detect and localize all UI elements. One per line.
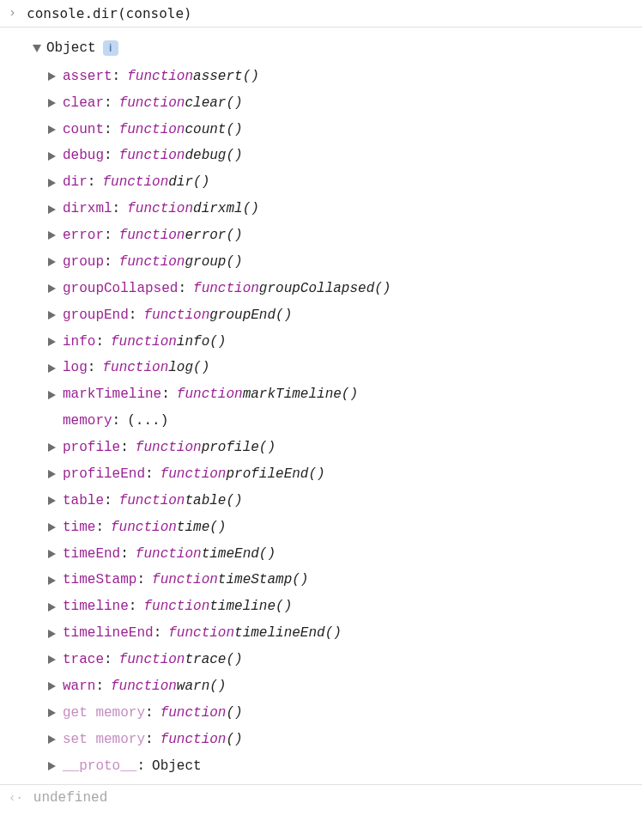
expand-arrow-icon[interactable] — [48, 576, 56, 585]
property-row[interactable]: table:function table() — [48, 488, 642, 514]
function-keyword: function — [160, 461, 227, 488]
property-row[interactable]: debug:function debug() — [48, 143, 642, 169]
function-keyword: function — [143, 302, 209, 329]
property-row[interactable]: __proto__:Object — [48, 753, 642, 780]
expand-arrow-icon[interactable] — [48, 682, 56, 691]
expand-arrow-icon[interactable] — [48, 72, 56, 81]
property-colon: : — [104, 90, 112, 117]
property-row[interactable]: clear:function clear() — [48, 90, 642, 117]
expand-arrow-icon[interactable] — [48, 152, 56, 161]
function-keyword: function — [136, 541, 202, 568]
expand-arrow-icon[interactable] — [48, 443, 56, 452]
expand-arrow-icon[interactable] — [48, 231, 56, 240]
property-row[interactable]: info:function info() — [48, 329, 642, 356]
property-value: (...) — [127, 408, 168, 435]
expand-arrow-icon[interactable] — [48, 762, 56, 770]
property-row[interactable]: groupEnd:function groupEnd() — [48, 302, 642, 329]
property-colon: : — [136, 753, 145, 780]
expand-arrow-icon[interactable] — [48, 496, 56, 505]
property-colon: : — [104, 249, 112, 276]
object-header-row[interactable]: Object i — [33, 36, 642, 61]
property-row[interactable]: group:function group() — [48, 249, 642, 276]
expand-arrow-icon[interactable] — [48, 470, 56, 478]
function-name: () — [226, 700, 242, 727]
property-row[interactable]: markTimeline:function markTimeline() — [48, 381, 642, 408]
info-badge-icon[interactable]: i — [103, 40, 118, 56]
function-keyword: function — [119, 143, 185, 169]
property-key: error — [63, 222, 104, 249]
expand-arrow-icon[interactable] — [48, 603, 56, 612]
property-key: timeStamp — [63, 567, 136, 593]
function-keyword: function — [111, 514, 177, 541]
property-colon: : — [161, 381, 170, 408]
property-row[interactable]: set memory:function () — [48, 727, 642, 753]
property-row[interactable]: warn:function warn() — [48, 673, 642, 700]
console-command-text[interactable]: console.dir(console) — [27, 5, 192, 21]
property-row[interactable]: error:function error() — [48, 222, 642, 249]
property-key: warn — [63, 673, 95, 700]
property-key: memory — [63, 408, 112, 435]
function-name: profile() — [202, 435, 276, 461]
function-keyword: function — [119, 117, 185, 143]
property-key: profileEnd — [63, 461, 145, 488]
property-colon: : — [145, 461, 154, 488]
property-row[interactable]: timeStamp:function timeStamp() — [48, 567, 642, 593]
function-name: error() — [185, 222, 242, 249]
expand-arrow-icon[interactable] — [48, 205, 56, 214]
property-row[interactable]: assert:function assert() — [48, 64, 642, 90]
property-row[interactable]: groupCollapsed:function groupCollapsed() — [48, 276, 642, 302]
function-keyword: function — [119, 249, 185, 276]
property-key: markTimeline — [63, 381, 161, 408]
property-row[interactable]: memory:(...) — [48, 408, 642, 435]
property-row[interactable]: trace:function trace() — [48, 647, 642, 673]
expand-arrow-icon[interactable] — [48, 125, 56, 134]
function-name: timelineEnd() — [234, 620, 342, 647]
expand-arrow-icon[interactable] — [48, 338, 56, 346]
function-name: dirxml() — [193, 196, 259, 222]
function-name: debug() — [185, 143, 242, 169]
property-row[interactable]: profile:function profile() — [48, 435, 642, 461]
property-key: groupEnd — [63, 302, 129, 329]
expand-arrow-icon[interactable] — [48, 99, 56, 107]
property-colon: : — [120, 541, 129, 568]
property-row[interactable]: timeEnd:function timeEnd() — [48, 541, 642, 568]
property-row[interactable]: get memory:function () — [48, 700, 642, 727]
expand-arrow-icon[interactable] — [48, 364, 56, 373]
expand-arrow-icon[interactable] — [48, 523, 56, 532]
expand-arrow-icon[interactable] — [48, 311, 56, 320]
property-row[interactable]: log:function log() — [48, 355, 642, 381]
expand-toggle-icon[interactable] — [33, 45, 41, 52]
expand-arrow-icon[interactable] — [48, 630, 56, 638]
expand-arrow-icon[interactable] — [48, 258, 56, 266]
property-key: time — [63, 514, 95, 541]
function-keyword: function — [127, 196, 193, 222]
expand-arrow-icon[interactable] — [48, 179, 56, 187]
property-row[interactable]: profileEnd:function profileEnd() — [48, 461, 642, 488]
expand-arrow-icon[interactable] — [48, 284, 56, 293]
property-row[interactable]: dir:function dir() — [48, 169, 642, 196]
console-input-row[interactable]: › console.dir(console) — [0, 0, 642, 27]
expand-arrow-icon[interactable] — [48, 709, 56, 717]
property-key: info — [63, 329, 95, 356]
function-keyword: function — [143, 593, 209, 620]
property-colon: : — [136, 567, 145, 593]
function-keyword: function — [177, 381, 243, 408]
expand-arrow-icon[interactable] — [48, 735, 56, 744]
property-row[interactable]: dirxml:function dirxml() — [48, 196, 642, 222]
expand-arrow-icon[interactable] — [48, 550, 56, 558]
expand-arrow-icon[interactable] — [48, 655, 56, 664]
property-row[interactable]: time:function time() — [48, 514, 642, 541]
property-colon: : — [154, 620, 162, 647]
property-row[interactable]: count:function count() — [48, 117, 642, 143]
property-row[interactable]: timeline:function timeline() — [48, 593, 642, 620]
function-name: groupCollapsed() — [259, 276, 391, 302]
property-colon: : — [112, 408, 121, 435]
function-name: assert() — [193, 64, 259, 90]
object-type-label: Object — [46, 36, 96, 61]
property-key: timelineEnd — [63, 620, 154, 647]
function-name: count() — [185, 117, 242, 143]
property-key: set memory — [63, 727, 145, 753]
expand-arrow-icon[interactable] — [48, 391, 56, 399]
property-row[interactable]: timelineEnd:function timelineEnd() — [48, 620, 642, 647]
property-colon: : — [120, 435, 129, 461]
